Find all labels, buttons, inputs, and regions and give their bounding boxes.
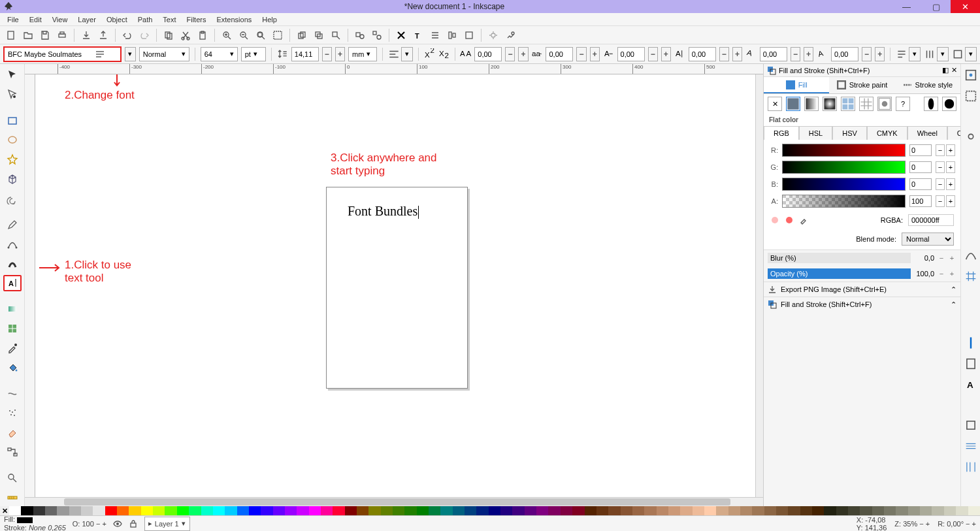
fill-swatch-button[interactable] [877, 97, 892, 111]
selector-tool[interactable] [3, 67, 22, 84]
dropper-tool[interactable] [3, 340, 22, 357]
palette-swatch[interactable] [429, 506, 440, 515]
mode-hsl[interactable]: HSL [799, 126, 832, 140]
dock-export[interactable]: Export PNG Image (Shift+Ctrl+E) ⌃ [764, 282, 960, 297]
font-family-dropdown[interactable]: ▾ [125, 47, 136, 61]
snap-node-icon[interactable] [964, 129, 978, 144]
palette-swatch[interactable] [249, 506, 261, 515]
kern-v-field[interactable] [689, 47, 716, 61]
font-family-field[interactable] [3, 46, 122, 62]
palette-swatch[interactable] [285, 506, 297, 515]
line-height-unit[interactable]: mm▾ [348, 47, 377, 61]
font-size-field[interactable]: ▾ [201, 47, 238, 61]
palette-swatch[interactable] [69, 506, 81, 515]
clone-button[interactable] [312, 28, 326, 42]
word-spacing-field[interactable] [546, 47, 573, 61]
r-slider[interactable] [782, 144, 906, 157]
palette-swatch[interactable] [585, 506, 596, 515]
palette-swatch[interactable] [440, 506, 452, 515]
palette-swatch[interactable] [848, 506, 860, 515]
fill-linear-button[interactable] [804, 97, 819, 111]
r-plus[interactable]: + [946, 144, 955, 156]
palette-swatch[interactable] [548, 506, 560, 515]
document-properties-button[interactable] [503, 28, 517, 42]
dock-fillstroke[interactable]: Fill and Stroke (Shift+Ctrl+F) ⌃ [764, 297, 960, 312]
palette-swatch[interactable] [165, 506, 176, 515]
node-tool[interactable] [3, 86, 22, 103]
font-family-input[interactable] [8, 50, 93, 58]
menu-file[interactable]: File [2, 14, 24, 25]
kh-plus[interactable]: + [661, 47, 671, 61]
typed-text[interactable]: Font Bundles [348, 204, 419, 219]
font-style-input[interactable] [143, 50, 179, 58]
align-left-icon[interactable] [388, 48, 400, 60]
tab-stroke-style[interactable]: Stroke style [895, 77, 960, 93]
menu-path[interactable]: Path [133, 14, 158, 25]
redo-button[interactable] [137, 28, 152, 42]
menu-text[interactable]: Text [157, 14, 181, 25]
group-button[interactable] [353, 28, 367, 42]
zoom-indicator[interactable]: Z: 35% − + [894, 520, 930, 528]
palette-swatch[interactable] [800, 506, 812, 515]
font-size-unit[interactable]: pt▾ [241, 47, 266, 61]
kern-h-field[interactable] [617, 47, 645, 61]
palette-swatch[interactable] [309, 506, 321, 515]
palette-swatch[interactable] [368, 506, 380, 515]
palette-swatch[interactable] [117, 506, 129, 515]
palette-swatch[interactable] [453, 506, 465, 515]
spray-tool[interactable] [3, 405, 22, 422]
ws-plus[interactable]: + [590, 47, 600, 61]
b-input[interactable] [909, 178, 932, 190]
snap-path-icon[interactable] [964, 248, 978, 263]
transform-button[interactable] [462, 28, 476, 42]
palette-swatch[interactable] [81, 506, 93, 515]
palette-swatch[interactable] [45, 506, 57, 515]
palette-swatch[interactable] [213, 506, 225, 515]
palette-swatch[interactable] [740, 506, 752, 515]
kv-minus[interactable]: − [719, 47, 729, 61]
print-button[interactable] [55, 28, 69, 42]
vertical-ruler[interactable] [25, 74, 35, 497]
zoom-fit-button[interactable] [253, 28, 268, 42]
a-minus[interactable]: − [936, 195, 945, 207]
bezier-tool[interactable] [3, 236, 22, 253]
g-slider[interactable] [782, 161, 906, 174]
opacity-indicator[interactable]: O: 100 − + [73, 520, 106, 528]
rotation-indicator[interactable]: R: 0,00° − + [938, 520, 976, 528]
import-button[interactable] [79, 28, 93, 42]
palette-swatch[interactable] [404, 506, 416, 515]
copy-button[interactable] [161, 28, 176, 42]
blur-plus[interactable]: + [947, 253, 956, 263]
snap-rotation-icon[interactable] [964, 439, 978, 453]
cms-off-icon[interactable] [770, 216, 779, 225]
palette-swatch[interactable] [956, 506, 968, 515]
palette-swatch[interactable] [860, 506, 872, 515]
palette-swatch[interactable] [105, 506, 117, 515]
subscript-button[interactable]: X2 [438, 48, 449, 60]
palette-swatch[interactable] [500, 506, 512, 515]
font-size-input[interactable] [204, 50, 227, 58]
palette-swatch[interactable] [357, 506, 368, 515]
cr-minus[interactable]: − [862, 47, 872, 61]
b-slider[interactable] [782, 178, 906, 191]
connector-tool[interactable] [3, 443, 22, 460]
palette-swatch[interactable] [201, 506, 213, 515]
palette-swatch[interactable] [704, 506, 716, 515]
maximize-button[interactable]: ▢ [921, 0, 951, 13]
g-plus[interactable]: + [946, 161, 955, 173]
paint-bucket-tool[interactable] [3, 359, 22, 376]
canvas[interactable]: 2.Change font 3.Click anywhere and start… [35, 74, 755, 497]
layer-selector[interactable]: ▸Layer 1 ▾ [144, 517, 190, 531]
close-button[interactable]: ✕ [951, 0, 980, 13]
duplicate-button[interactable] [295, 28, 309, 42]
palette-swatch[interactable] [476, 506, 488, 515]
menu-extensions[interactable]: Extensions [211, 14, 257, 25]
rectangle-tool[interactable] [3, 112, 22, 129]
palette-swatch[interactable] [417, 506, 429, 515]
ungroup-button[interactable] [370, 28, 384, 42]
menu-view[interactable]: View [47, 14, 73, 25]
paste-button[interactable] [195, 28, 210, 42]
palette-swatch[interactable] [129, 506, 140, 515]
snap-bbox-icon[interactable] [964, 89, 978, 103]
snap-text-icon[interactable]: A [964, 378, 978, 392]
